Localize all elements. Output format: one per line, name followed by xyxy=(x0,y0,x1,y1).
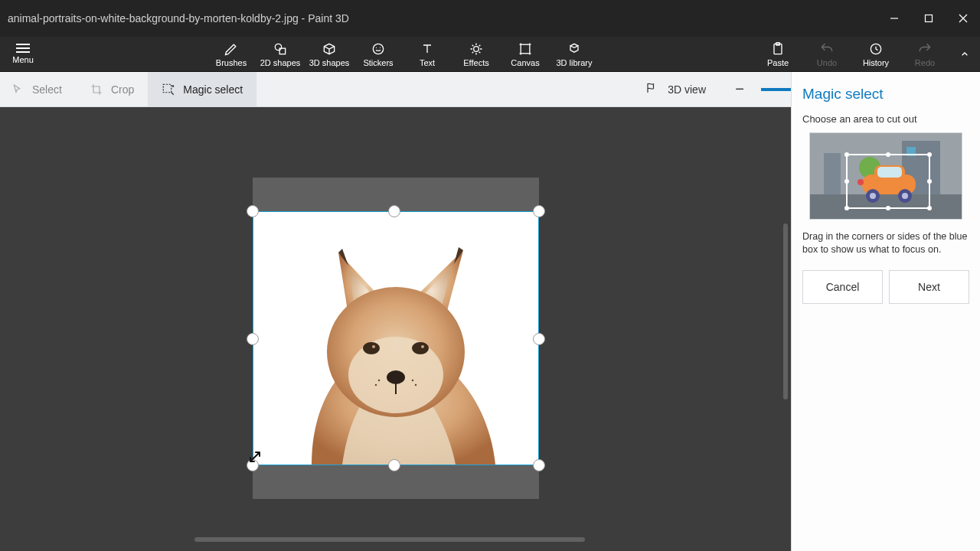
subtool-label: Magic select xyxy=(183,83,243,96)
vertical-scrollbar[interactable] xyxy=(783,223,788,399)
shapes3d-icon xyxy=(322,41,337,57)
tool-label: Brushes xyxy=(216,58,247,67)
tool-brushes[interactable]: Brushes xyxy=(207,37,256,71)
svg-point-24 xyxy=(415,384,416,386)
svg-point-13 xyxy=(173,85,175,86)
cancel-label: Cancel xyxy=(826,281,860,293)
image-canvas[interactable] xyxy=(253,211,539,465)
svg-point-33 xyxy=(844,152,849,157)
panel-instructions: Drag in the corners or sides of the blue… xyxy=(802,230,969,256)
tool-effects[interactable]: Effects xyxy=(452,37,501,71)
handle-bottom-right[interactable] xyxy=(533,459,545,471)
redo-icon xyxy=(917,41,933,57)
shapes2d-icon xyxy=(273,41,288,57)
effects-icon xyxy=(469,41,484,57)
tool-label: Effects xyxy=(463,58,488,67)
svg-point-16 xyxy=(363,342,380,354)
svg-point-37 xyxy=(886,152,890,157)
svg-point-17 xyxy=(412,342,429,354)
handle-bottom-center[interactable] xyxy=(388,459,400,471)
select-icon xyxy=(11,83,24,96)
history-icon xyxy=(868,41,884,57)
svg-rect-26 xyxy=(824,153,841,195)
subtool-label: Select xyxy=(32,83,62,96)
tool-label: 3D shapes xyxy=(309,58,350,67)
panel-subtitle: Choose an area to cut out xyxy=(802,113,969,125)
canvas-icon xyxy=(518,41,533,57)
subtool-crop[interactable]: Crop xyxy=(76,72,148,106)
hamburger-icon xyxy=(16,44,30,53)
3d-view-toggle[interactable]: 3D view xyxy=(634,72,717,106)
tool-label: Paste xyxy=(767,58,789,67)
svg-point-6 xyxy=(373,44,383,54)
next-label: Next xyxy=(918,281,940,293)
crop-icon xyxy=(90,83,103,96)
handle-top-left[interactable] xyxy=(247,205,259,217)
tool-redo[interactable]: Redo xyxy=(900,37,949,71)
subtool-magic-select[interactable]: Magic select xyxy=(148,72,256,106)
tool-label: 3D library xyxy=(556,58,592,67)
handle-top-center[interactable] xyxy=(388,205,400,217)
tool-label: Stickers xyxy=(363,58,393,67)
handle-mid-left[interactable] xyxy=(247,333,259,345)
tool-paste[interactable]: Paste xyxy=(753,37,802,71)
svg-point-48 xyxy=(858,179,864,185)
right-panel: Magic select Choose an area to cut out xyxy=(791,72,980,551)
svg-rect-43 xyxy=(877,167,902,178)
svg-point-36 xyxy=(927,206,932,210)
menu-label: Menu xyxy=(12,55,34,64)
svg-point-34 xyxy=(927,152,932,157)
undo-icon xyxy=(819,41,835,57)
close-button[interactable] xyxy=(946,0,980,37)
paste-icon xyxy=(770,41,786,57)
svg-point-20 xyxy=(387,370,405,384)
zoom-out-button[interactable]: − xyxy=(727,77,752,102)
tool-3d-shapes[interactable]: 3D shapes xyxy=(305,37,354,71)
minimize-button[interactable] xyxy=(877,0,911,37)
window-controls xyxy=(877,0,980,37)
maximize-button[interactable] xyxy=(911,0,946,37)
panel-title: Magic select xyxy=(802,86,969,103)
main-toolbar: Menu Brushes 2D shapes 3D shapes Sticker… xyxy=(0,37,980,72)
handle-top-right[interactable] xyxy=(533,205,545,217)
svg-point-7 xyxy=(474,46,479,51)
library3d-icon xyxy=(567,41,582,57)
svg-rect-8 xyxy=(521,44,530,54)
svg-point-19 xyxy=(421,345,424,348)
titlebar: animal-portraits-on-white-background-by-… xyxy=(0,0,980,37)
tool-stickers[interactable]: Stickers xyxy=(354,37,403,71)
svg-rect-12 xyxy=(164,84,172,93)
tool-3d-library[interactable]: 3D library xyxy=(550,37,599,71)
canvas-area[interactable] xyxy=(0,107,791,551)
tool-undo[interactable]: Undo xyxy=(802,37,851,71)
tool-canvas[interactable]: Canvas xyxy=(501,37,550,71)
tool-group-right: Paste Undo History Redo xyxy=(753,37,980,71)
menu-button[interactable]: Menu xyxy=(0,37,46,71)
svg-point-35 xyxy=(844,206,849,210)
tool-label: Text xyxy=(420,58,435,67)
tool-label: 2D shapes xyxy=(260,58,301,67)
tool-label: Canvas xyxy=(511,58,539,67)
tool-text[interactable]: Text xyxy=(403,37,452,71)
svg-point-21 xyxy=(378,380,380,381)
magic-select-icon xyxy=(162,83,175,96)
horizontal-scrollbar[interactable] xyxy=(194,537,585,542)
svg-point-18 xyxy=(372,345,375,348)
tool-label: Redo xyxy=(915,58,935,67)
next-button[interactable]: Next xyxy=(889,270,969,304)
expand-panel-button[interactable] xyxy=(949,37,980,71)
subtool-label: Crop xyxy=(111,83,134,96)
svg-rect-1 xyxy=(925,15,932,22)
svg-point-4 xyxy=(275,44,281,50)
window-title: animal-portraits-on-white-background-by-… xyxy=(8,12,349,24)
tool-history[interactable]: History xyxy=(851,37,900,71)
svg-point-22 xyxy=(375,384,377,386)
handle-bottom-left[interactable] xyxy=(247,459,259,471)
svg-point-23 xyxy=(412,380,413,381)
tool-label: Undo xyxy=(817,58,837,67)
handle-mid-right[interactable] xyxy=(533,333,545,345)
subtool-select[interactable]: Select xyxy=(0,72,76,106)
cancel-button[interactable]: Cancel xyxy=(802,270,883,304)
tool-group-main: Brushes 2D shapes 3D shapes Stickers Tex… xyxy=(207,37,599,71)
tool-2d-shapes[interactable]: 2D shapes xyxy=(256,37,305,71)
